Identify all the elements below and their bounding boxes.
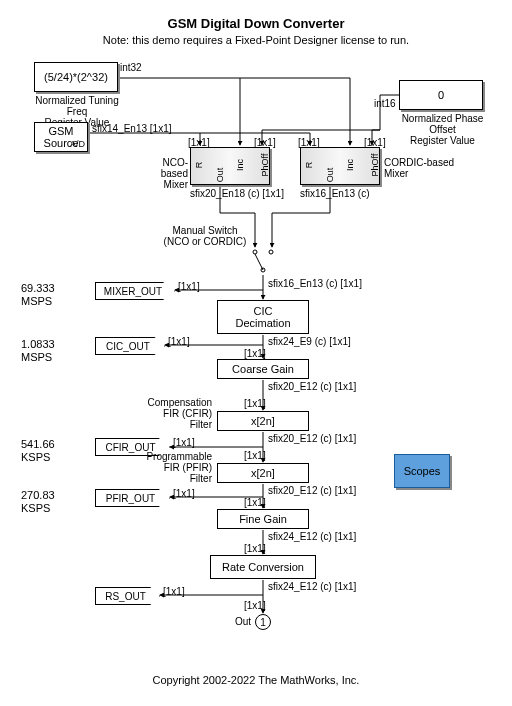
nco-port-r: R	[194, 162, 204, 169]
nco-port-inc: Inc	[235, 159, 245, 171]
gsm-source-block[interactable]: GSMSource A/D	[34, 122, 88, 152]
switch-label: Manual Switch(NCO or CORDIC)	[160, 225, 250, 247]
cic-out-dims: [1x1]	[168, 336, 190, 347]
rs-tag-dims: [1x1]	[163, 586, 185, 597]
cic-out-tag[interactable]: CIC_OUT	[95, 337, 165, 355]
svg-point-0	[253, 250, 257, 254]
cordic-port-inc: Inc	[345, 159, 355, 171]
cordic-port-phoff: PhOff	[370, 154, 380, 177]
cfir-filter-block[interactable]: x[2n]	[217, 411, 309, 431]
nco-port-phoff: PhOff	[260, 154, 270, 177]
nco-in-dims2: [1x1]	[254, 137, 276, 148]
mixer-out-tag[interactable]: MIXER_OUT	[95, 282, 175, 300]
phase-offset-label: Normalized Phase OffsetRegister Value	[390, 113, 495, 146]
cordic-in-dims2: [1x1]	[364, 137, 386, 148]
cordic-out-type: sfix16_En13 (c)	[300, 188, 369, 199]
pfir-out-tag[interactable]: PFIR_OUT	[95, 489, 170, 507]
cfir-out-type: sfix20_E12 (c) [1x1]	[268, 433, 356, 444]
pfir-rate-label: 270.83KSPS	[21, 489, 55, 515]
nco-in-dims1: [1x1]	[188, 137, 210, 148]
pfir-next-dims: [1x1]	[244, 497, 266, 508]
pfir-title: ProgrammableFIR (PFIR) Filter	[140, 451, 212, 484]
nco-port-out: Out	[215, 168, 225, 183]
rs-out-tag[interactable]: RS_OUT	[95, 587, 160, 605]
cfir-title: CompensationFIR (CFIR) Filter	[140, 397, 212, 430]
diagram-subtitle: Note: this demo requires a Fixed-Point D…	[0, 34, 512, 46]
copyright-label: Copyright 2002-2022 The MathWorks, Inc.	[0, 674, 512, 686]
cordic-port-out: Out	[325, 168, 335, 183]
tuning-freq-constant-block[interactable]: (5/24)*(2^32)	[34, 62, 118, 92]
cic-out-type: sfix24_E9 (c) [1x1]	[268, 336, 351, 347]
cic-next-dims: [1x1]	[244, 348, 266, 359]
cordic-mixer-label: CORDIC-basedMixer	[384, 157, 454, 179]
pfir-tag-dims: [1x1]	[173, 488, 195, 499]
rate-next-dims: [1x1]	[244, 600, 266, 611]
outport-label: Out	[235, 616, 251, 627]
svg-line-3	[255, 254, 263, 270]
pfir-out-type: sfix20_E12 (c) [1x1]	[268, 485, 356, 496]
cfir-tag-dims: [1x1]	[173, 437, 195, 448]
diagram-title: GSM Digital Down Converter	[0, 16, 512, 31]
gsm-source-type-label: sfix14_En13 [1x1]	[92, 123, 172, 134]
coarse-next-dims: [1x1]	[244, 398, 266, 409]
tuning-freq-type-label: int32	[120, 62, 142, 73]
mixer-rate-label: 69.333MSPS	[21, 282, 55, 308]
cfir-next-dims: [1x1]	[244, 450, 266, 461]
cordic-in-dims1: [1x1]	[298, 137, 320, 148]
rate-conversion-block[interactable]: Rate Conversion	[210, 555, 316, 579]
fine-gain-block[interactable]: Fine Gain	[217, 509, 309, 529]
scopes-block[interactable]: Scopes	[394, 454, 450, 488]
nco-out-type: sfix20_En18 (c) [1x1]	[190, 188, 284, 199]
coarse-out-type: sfix20_E12 (c) [1x1]	[268, 381, 356, 392]
svg-point-1	[269, 250, 273, 254]
phase-offset-type-label: int16	[374, 98, 396, 109]
mixer-out-dims: [1x1]	[178, 281, 200, 292]
rate-out-type: sfix24_E12 (c) [1x1]	[268, 581, 356, 592]
outport-circle[interactable]: 1	[255, 614, 271, 630]
gsm-source-port: A/D	[70, 139, 85, 149]
phase-offset-constant-block[interactable]: 0	[399, 80, 483, 110]
pfir-filter-block[interactable]: x[2n]	[217, 463, 309, 483]
switch-out-type: sfix16_En13 (c) [1x1]	[268, 278, 362, 289]
cic-decimation-block[interactable]: CICDecimation	[217, 300, 309, 334]
cordic-port-r: R	[304, 162, 314, 169]
nco-mixer-label: NCO-basedMixer	[140, 157, 188, 190]
fine-out-type: sfix24_E12 (c) [1x1]	[268, 531, 356, 542]
cic-rate-label: 1.0833MSPS	[21, 338, 55, 364]
coarse-gain-block[interactable]: Coarse Gain	[217, 359, 309, 379]
cfir-rate-label: 541.66KSPS	[21, 438, 55, 464]
fine-next-dims: [1x1]	[244, 543, 266, 554]
manual-switch-block[interactable]	[247, 248, 279, 276]
